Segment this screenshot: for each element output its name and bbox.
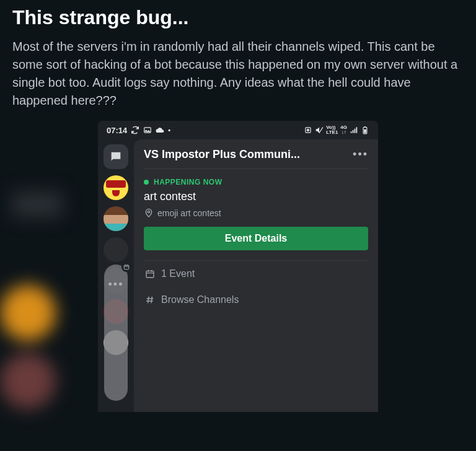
svg-rect-4 bbox=[364, 129, 366, 133]
server-name[interactable]: VS Impostor Plus Communi... bbox=[144, 148, 300, 161]
signal-icon bbox=[350, 126, 358, 134]
svg-point-7 bbox=[148, 211, 149, 212]
mute-icon bbox=[315, 126, 324, 134]
browse-label: Browse Channels bbox=[161, 294, 239, 305]
events-row[interactable]: 1 Event bbox=[144, 261, 368, 287]
server-icon-hidden-1[interactable] bbox=[104, 237, 128, 262]
server-icon-steve[interactable] bbox=[104, 206, 128, 231]
more-indicator: • bbox=[168, 126, 170, 134]
statusbar-time: 07:14 bbox=[107, 126, 127, 135]
svg-rect-8 bbox=[146, 271, 154, 278]
discord-channel-panel: VS Impostor Plus Communi... ••• HAPPENIN… bbox=[134, 139, 378, 412]
browse-channels-row[interactable]: Browse Channels bbox=[144, 287, 368, 313]
event-title: art contest bbox=[144, 190, 368, 203]
image-icon bbox=[143, 126, 152, 134]
cloud-icon bbox=[156, 126, 164, 134]
screenshot-icon bbox=[304, 126, 312, 134]
post-title: This strange bug... bbox=[12, 6, 464, 29]
sync-icon bbox=[131, 126, 139, 134]
battery-icon bbox=[361, 126, 369, 134]
svg-rect-6 bbox=[124, 265, 129, 269]
ellipsis-icon: ••• bbox=[108, 278, 124, 401]
discord-server-rail: ••• bbox=[98, 139, 134, 412]
events-label: 1 Event bbox=[161, 268, 195, 279]
event-details-button[interactable]: Event Details bbox=[144, 227, 368, 250]
svg-rect-5 bbox=[364, 126, 366, 127]
server-menu-button[interactable]: ••• bbox=[353, 148, 368, 161]
live-dot-icon bbox=[144, 180, 149, 185]
gesture-pill-overlay: ••• bbox=[104, 265, 128, 401]
phone-screenshot: 07:14 • Vo)) bbox=[98, 121, 378, 412]
svg-line-2 bbox=[319, 127, 323, 133]
calendar-badge-icon bbox=[121, 262, 131, 272]
volte-label: Vo)) LTE1 bbox=[326, 125, 338, 135]
event-status: HAPPENING NOW bbox=[144, 178, 368, 186]
calendar-icon bbox=[145, 269, 155, 279]
post-body: Most of the servers i'm in randomly had … bbox=[12, 38, 464, 110]
browse-icon bbox=[145, 295, 155, 305]
dm-button[interactable] bbox=[104, 144, 128, 169]
server-icon-emoji[interactable] bbox=[104, 175, 128, 200]
event-card[interactable]: HAPPENING NOW art contest emoji art cont… bbox=[144, 169, 368, 261]
location-icon bbox=[144, 208, 154, 218]
android-statusbar: 07:14 • Vo)) bbox=[98, 121, 378, 139]
event-location: emoji art contest bbox=[144, 208, 368, 218]
network-gen: 4G ↓↑ bbox=[340, 125, 347, 135]
